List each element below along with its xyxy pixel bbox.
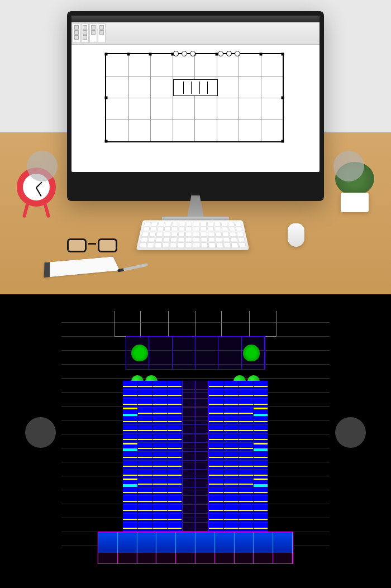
tool-arc[interactable]: [74, 35, 79, 40]
cad-elevation-view: [0, 294, 391, 588]
watermark: [333, 151, 364, 181]
tool-line[interactable]: [74, 25, 79, 30]
podium-base: [98, 532, 293, 564]
watermark: [27, 151, 58, 181]
notebook: [44, 257, 120, 278]
floor-plan-drawing: [105, 53, 284, 142]
hvac-unit-icon: [235, 51, 240, 56]
tree-icon: [243, 345, 260, 361]
tree-icon: [131, 345, 148, 361]
hvac-unit-icon: [190, 51, 196, 56]
hvac-unit-icon: [182, 51, 187, 56]
cad-application-window[interactable]: [71, 16, 320, 172]
tool-layer[interactable]: [91, 25, 96, 30]
cad-ribbon-toolbar[interactable]: [71, 22, 320, 45]
pen: [117, 263, 148, 272]
ribbon-group-draw: [73, 23, 80, 43]
watermark: [335, 417, 366, 448]
monitor-stand: [182, 195, 209, 218]
monitor: [67, 11, 324, 201]
hvac-unit-icon: [226, 51, 232, 56]
tool-move[interactable]: [83, 25, 87, 30]
ribbon-group-annotate: [98, 23, 106, 43]
hvac-unit-icon: [173, 51, 179, 56]
glasses: [67, 238, 117, 255]
building-core: [173, 79, 218, 96]
tool-properties[interactable]: [91, 30, 96, 35]
keyboard: [136, 220, 250, 250]
watermark: [25, 417, 56, 448]
cad-drawing-canvas[interactable]: [71, 45, 320, 168]
building-elevation: [98, 311, 293, 565]
desk-mockup-scene: [0, 0, 391, 294]
tool-rotate[interactable]: [83, 35, 87, 40]
tool-text[interactable]: [99, 25, 104, 30]
tower-floors: [123, 381, 268, 532]
roof-structure: [115, 311, 276, 336]
hvac-unit-icon: [218, 51, 223, 56]
tool-circle[interactable]: [74, 30, 79, 35]
ribbon-group-modify: [81, 23, 89, 43]
mouse: [288, 223, 304, 247]
cad-menubar[interactable]: [71, 16, 320, 22]
ribbon-group-layers: [89, 23, 97, 43]
tool-copy[interactable]: [83, 30, 87, 35]
tool-dimension[interactable]: [99, 30, 104, 35]
